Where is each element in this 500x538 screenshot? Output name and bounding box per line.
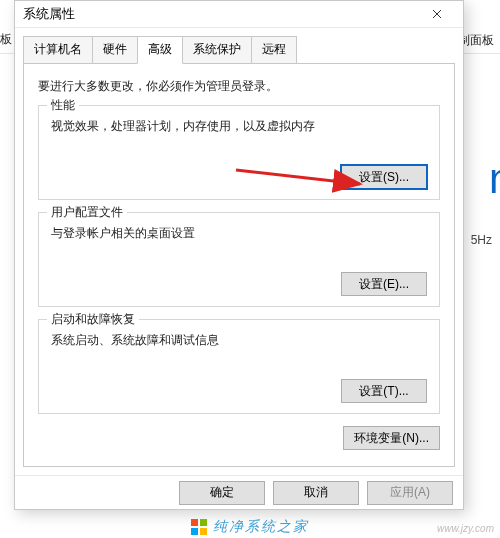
user-profiles-title: 用户配置文件 — [47, 204, 127, 221]
performance-settings-button[interactable]: 设置(S)... — [341, 165, 427, 189]
system-properties-dialog: 系统属性 计算机名 硬件 高级 系统保护 远程 要进行大多数更改，你必须作为管理… — [14, 0, 464, 510]
user-profiles-desc: 与登录帐户相关的桌面设置 — [51, 225, 427, 242]
breadcrumb-fragment: 板 — [0, 31, 12, 48]
watermark-logo-icon — [191, 519, 207, 535]
performance-title: 性能 — [47, 97, 79, 114]
admin-note: 要进行大多数更改，你必须作为管理员登录。 — [38, 78, 440, 95]
tab-computer-name[interactable]: 计算机名 — [23, 36, 93, 63]
startup-settings-button[interactable]: 设置(T)... — [341, 379, 427, 403]
apply-button[interactable]: 应用(A) — [367, 481, 453, 505]
dialog-footer: 确定 取消 应用(A) — [15, 475, 463, 509]
performance-group: 性能 视觉效果，处理器计划，内存使用，以及虚拟内存 设置(S)... — [38, 105, 440, 200]
tab-advanced[interactable]: 高级 — [137, 36, 183, 64]
cancel-button[interactable]: 取消 — [273, 481, 359, 505]
close-button[interactable] — [419, 1, 455, 27]
user-profiles-group: 用户配置文件 与登录帐户相关的桌面设置 设置(E)... — [38, 212, 440, 307]
tab-remote[interactable]: 远程 — [251, 36, 297, 63]
dialog-title: 系统属性 — [23, 6, 419, 23]
watermark: 纯净系统之家 — [0, 518, 500, 536]
watermark-text: 纯净系统之家 — [213, 518, 309, 536]
tab-system-protection[interactable]: 系统保护 — [182, 36, 252, 63]
performance-desc: 视觉效果，处理器计划，内存使用，以及虚拟内存 — [51, 118, 427, 135]
tab-hardware[interactable]: 硬件 — [92, 36, 138, 63]
titlebar: 系统属性 — [15, 1, 463, 28]
watermark-url: www.jzy.com — [437, 523, 494, 534]
tab-panel-advanced: 要进行大多数更改，你必须作为管理员登录。 性能 视觉效果，处理器计划，内存使用，… — [23, 63, 455, 467]
windows-logo-text: ndo — [489, 155, 500, 203]
startup-title: 启动和故障恢复 — [47, 311, 139, 328]
environment-variables-button[interactable]: 环境变量(N)... — [343, 426, 440, 450]
tab-strip: 计算机名 硬件 高级 系统保护 远程 — [23, 36, 455, 63]
close-icon — [432, 9, 442, 19]
user-profiles-settings-button[interactable]: 设置(E)... — [341, 272, 427, 296]
cpu-ghz-label: 5Hz — [471, 233, 492, 247]
startup-desc: 系统启动、系统故障和调试信息 — [51, 332, 427, 349]
ok-button[interactable]: 确定 — [179, 481, 265, 505]
startup-recovery-group: 启动和故障恢复 系统启动、系统故障和调试信息 设置(T)... — [38, 319, 440, 414]
